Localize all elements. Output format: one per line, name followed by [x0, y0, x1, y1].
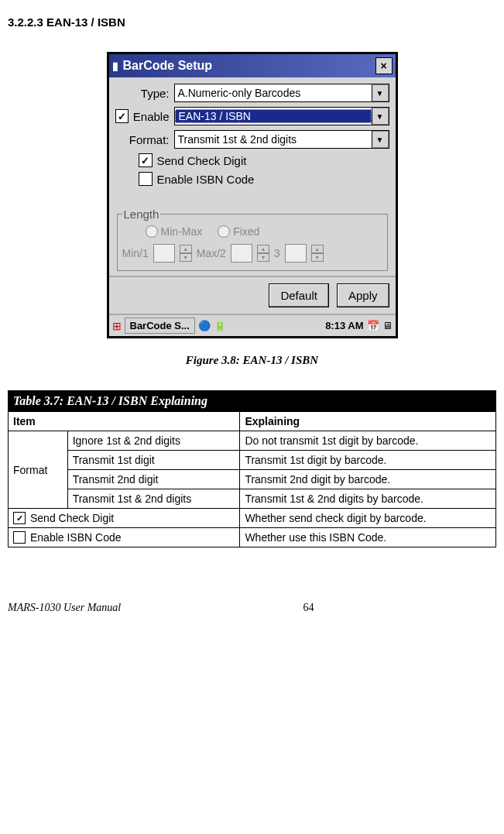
taskbar: ⊞ BarCode S... 🔵 🔋 8:13 AM 📅 🖥 — [109, 314, 396, 336]
battery-icon: 🔋 — [214, 320, 226, 331]
table-cell: Transmit 2nd digit — [67, 470, 240, 489]
page-number: 64 — [303, 602, 314, 614]
start-icon[interactable]: ⊞ — [112, 320, 122, 332]
table-title: Table 3.7: EAN-13 / ISBN Explaining — [9, 391, 496, 412]
radio-icon — [218, 225, 230, 238]
taskbar-app[interactable]: BarCode S... — [125, 317, 195, 334]
max-label: Max/2 — [197, 247, 226, 259]
table-cell: Transmit 1st digit — [67, 451, 240, 470]
table-cell: Whether send check digit by barcode. — [240, 509, 496, 528]
min-input — [153, 244, 175, 263]
page-footer: MARS-1030 User Manual 64 — [8, 602, 496, 614]
length-legend: Length — [122, 208, 161, 221]
default-button[interactable]: Default — [269, 283, 329, 307]
chevron-down-icon[interactable]: ▼ — [372, 84, 389, 101]
enable-checkbox[interactable]: ✓ — [115, 109, 129, 123]
tray-icon: 🔵 — [198, 320, 211, 331]
table-cell: Do not transmit 1st digit by barcode. — [240, 431, 496, 451]
enable-isbn-cell-label: Enable ISBN Code — [30, 531, 122, 544]
minmax-radio: Min-Max — [146, 225, 203, 238]
tray-icon: 🖥 — [382, 320, 393, 331]
minmax-label: Min-Max — [161, 225, 203, 238]
app-icon: ▮ — [112, 60, 118, 72]
enable-label: Enable — [133, 110, 170, 123]
max-input — [231, 244, 252, 263]
fixed-radio: Fixed — [218, 225, 259, 238]
apply-button[interactable]: Apply — [337, 283, 389, 307]
explain-table: Table 3.7: EAN-13 / ISBN Explaining Item… — [8, 390, 496, 547]
min-spinner: ▲▼ — [180, 245, 192, 262]
type-label: Type: — [115, 87, 170, 100]
table-cell: Transmit 1st digit by barcode. — [240, 451, 496, 470]
format-label: Format: — [115, 133, 170, 146]
format-value: Transmit 1st & 2nd digits — [175, 133, 372, 146]
send-check-digit-checkbox[interactable]: ✓ — [139, 153, 153, 167]
table-cell: Whether use this ISBN Code. — [240, 528, 496, 547]
format-rowlabel: Format — [9, 431, 68, 509]
close-icon[interactable]: × — [375, 57, 393, 74]
format-dropdown[interactable]: Transmit 1st & 2nd digits ▼ — [174, 130, 389, 149]
table-cell: Ignore 1st & 2nd digits — [67, 431, 240, 451]
titlebar: ▮ BarCode Setup × — [109, 54, 396, 77]
manual-name: MARS-1030 User Manual — [8, 602, 121, 614]
send-check-digit-label: Send Check Digit — [157, 154, 247, 167]
length-fieldset: Length Min-Max Fixed Min/1 ▲▼ Max/2 ▲▼ 3 — [117, 208, 388, 271]
barcode-setup-window: ▮ BarCode Setup × Type: A.Numeric-only B… — [107, 52, 398, 338]
enable-dropdown[interactable]: EAN-13 / ISBN ▼ — [174, 107, 389, 125]
checkbox-icon — [13, 531, 26, 544]
col-item: Item — [9, 412, 240, 431]
figure-caption: Figure 3.8: EAN-13 / ISBN — [8, 354, 496, 367]
enable-isbn-checkbox[interactable] — [139, 172, 153, 186]
fixed-label: Fixed — [233, 225, 259, 238]
min-label: Min/1 — [122, 247, 149, 259]
enable-isbn-row: Enable ISBN Code — [9, 528, 240, 547]
enable-isbn-label: Enable ISBN Code — [157, 173, 255, 186]
three-label: 3 — [274, 247, 280, 259]
table-cell: Transmit 2nd digit by barcode. — [240, 470, 496, 489]
enable-value: EAN-13 / ISBN — [175, 109, 372, 123]
third-input — [285, 244, 307, 263]
type-dropdown[interactable]: A.Numeric-only Barcodes ▼ — [174, 84, 389, 102]
chevron-down-icon[interactable]: ▼ — [372, 108, 389, 125]
tray-icon: 📅 — [367, 320, 379, 331]
table-cell: Transmit 1st & 2nd digits — [67, 489, 240, 509]
taskbar-time: 8:13 AM — [325, 320, 363, 331]
chevron-down-icon[interactable]: ▼ — [372, 131, 389, 148]
table-cell: Transmit 1st & 2nd digits by barcode. — [240, 489, 496, 509]
radio-icon — [146, 225, 158, 238]
window-title: BarCode Setup — [123, 59, 375, 73]
send-check-cell-label: Send Check Digit — [30, 512, 114, 524]
col-explaining: Explaining — [240, 412, 496, 431]
max-spinner: ▲▼ — [257, 245, 269, 262]
third-spinner: ▲▼ — [311, 245, 324, 262]
section-heading: 3.2.2.3 EAN-13 / ISBN — [8, 15, 496, 29]
checkbox-icon: ✓ — [13, 512, 26, 524]
type-value: A.Numeric-only Barcodes — [175, 87, 372, 99]
send-check-row: ✓Send Check Digit — [9, 509, 240, 528]
